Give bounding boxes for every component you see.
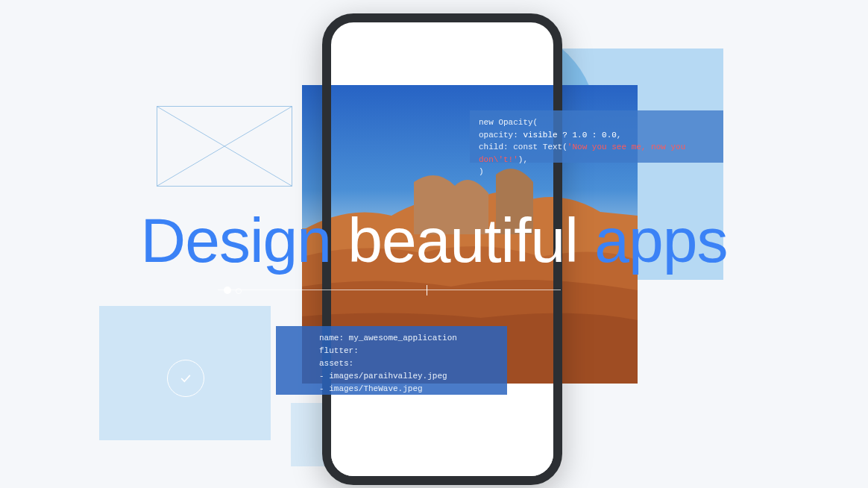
wireframe-box — [157, 106, 292, 187]
code-line: - images/TheWave.jpeg — [319, 383, 471, 395]
code-line: flutter: — [319, 345, 471, 357]
code-line: assets: — [319, 357, 471, 370]
code-snippet-yaml: name: my_awesome_application flutter: as… — [276, 326, 507, 395]
headline-word-3: apps — [594, 205, 727, 275]
code-line: child: const Text( — [479, 143, 567, 151]
code-line: new Opacity( — [479, 118, 538, 127]
code-token: visible ? 1.0 : 0.0 — [523, 131, 616, 140]
code-line: - images/paraihvalley.jpeg — [319, 370, 471, 383]
code-token: ), — [518, 155, 528, 164]
headline-word-2: beautiful — [347, 205, 578, 275]
code-token: , — [617, 131, 622, 140]
slider-dot — [236, 288, 242, 294]
check-icon — [167, 360, 204, 397]
hero-stage: new Opacity( opacity: visible ? 1.0 : 0.… — [0, 0, 868, 488]
code-snippet-opacity: new Opacity( opacity: visible ? 1.0 : 0.… — [470, 110, 723, 163]
slider-tick — [427, 285, 427, 295]
headline-word-1: Design — [141, 205, 331, 275]
headline: Design beautiful apps — [0, 209, 868, 272]
slider-decor — [218, 285, 561, 295]
code-line: name: my_awesome_application — [319, 332, 471, 345]
code-line: ) — [479, 167, 484, 176]
code-line: opacity: — [479, 131, 523, 140]
slider-thumb — [224, 287, 231, 294]
